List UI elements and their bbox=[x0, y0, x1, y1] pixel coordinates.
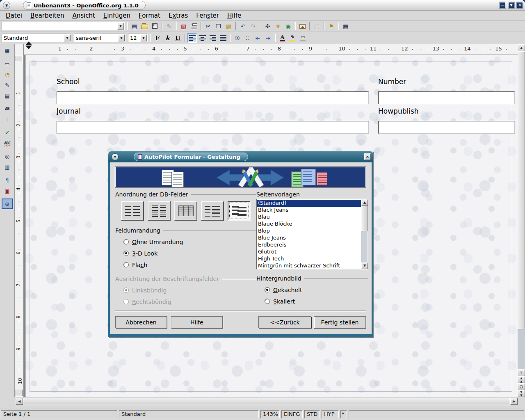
field-input-school[interactable] bbox=[57, 91, 369, 104]
scroll-up-arrow-icon[interactable]: ▲ bbox=[361, 199, 368, 206]
menu-ansicht[interactable]: Ansicht bbox=[68, 11, 99, 20]
paragraph-style-combobox[interactable]: Standard ▼ bbox=[2, 34, 71, 42]
vertical-scrollbar[interactable]: ▲ ▼ ▲▲ ▼▼ bbox=[518, 44, 525, 397]
align-left-button[interactable] bbox=[187, 33, 197, 43]
style-item[interactable]: Mintgrün mit schwarzer Schrift bbox=[257, 262, 361, 269]
url-combobox[interactable]: ▼ bbox=[2, 22, 125, 30]
hyperlink-button[interactable]: ◉ bbox=[283, 21, 293, 31]
menu-bearbeiten[interactable]: Bearbeiten bbox=[26, 11, 68, 20]
menu-einfuegen[interactable]: Einfügen bbox=[99, 11, 135, 20]
autotext-button[interactable]: AB bbox=[2, 103, 13, 114]
vertical-scrollbar-thumb[interactable] bbox=[518, 51, 525, 329]
new-document-button[interactable]: ▤ bbox=[130, 21, 139, 31]
menu-hilfe[interactable]: Hilfe bbox=[223, 11, 245, 20]
status-page[interactable]: Seite 1 / 1 bbox=[1, 410, 117, 418]
insert-graphics-button[interactable]: ◔ bbox=[2, 69, 13, 80]
page-styles-listbox[interactable]: (Standard)Black JeansBlauBlaue BlöckeBlo… bbox=[256, 199, 368, 269]
underline-button[interactable]: U bbox=[173, 33, 183, 43]
listbox-scrollbar[interactable]: ▲ ▼ bbox=[361, 199, 368, 269]
dialog-system-menu-button[interactable]: ▼ bbox=[112, 153, 119, 160]
insert-table-button[interactable]: ▦ bbox=[2, 45, 13, 56]
chevron-down-icon[interactable]: ▼ bbox=[140, 34, 147, 41]
scroll-up-arrow-icon[interactable]: ▲ bbox=[518, 44, 525, 51]
status-selection-mode[interactable]: STD bbox=[304, 410, 320, 418]
status-page-style[interactable]: Standard bbox=[119, 410, 259, 418]
previous-page-button[interactable]: ▲▲ bbox=[518, 376, 525, 383]
radio-scaled[interactable]: Skaliert bbox=[265, 298, 368, 305]
increase-indent-button[interactable]: ⇥ bbox=[263, 33, 273, 43]
status-hyperlink-mode[interactable]: HYP bbox=[322, 410, 339, 418]
vertical-ruler[interactable]: – 12345678910 bbox=[15, 44, 24, 397]
titlebar[interactable]: ▼ Unbenannt3 - OpenOffice.org 1.1.0 — ▼ … bbox=[0, 0, 525, 11]
style-item[interactable]: Blop bbox=[257, 228, 361, 235]
dialog-titlebar[interactable]: ▼ AutoPilot Formular - Gestaltung ✕ bbox=[108, 151, 373, 162]
style-item[interactable]: (Standard) bbox=[257, 200, 361, 207]
menu-datei[interactable]: Datei bbox=[2, 11, 26, 20]
status-zoom[interactable]: 143% bbox=[260, 410, 280, 418]
status-modified-flag[interactable]: * bbox=[340, 410, 347, 418]
open-button[interactable] bbox=[140, 21, 149, 31]
insert-fields-button[interactable]: ▤ bbox=[2, 90, 13, 101]
style-item[interactable]: High Tech bbox=[257, 256, 361, 262]
status-insert-mode[interactable]: EINFG bbox=[281, 410, 303, 418]
autopilot-button[interactable]: ✯ bbox=[273, 21, 283, 31]
layout-rows-labels-top-button[interactable] bbox=[228, 201, 251, 221]
style-item[interactable]: Glutrot bbox=[257, 249, 361, 256]
field-input-number[interactable] bbox=[378, 91, 515, 104]
bold-button[interactable]: F bbox=[153, 33, 162, 43]
scroll-right-arrow-icon[interactable]: ▶ bbox=[510, 398, 518, 405]
scroll-down-arrow-icon[interactable]: ▼ bbox=[518, 369, 525, 376]
layout-rows-labels-left-button[interactable] bbox=[201, 201, 224, 221]
style-item[interactable]: Blue Jeans bbox=[257, 235, 361, 242]
menu-extras[interactable]: Extras bbox=[164, 11, 192, 20]
back-button[interactable]: << Zurück bbox=[258, 316, 311, 328]
scroll-down-arrow-icon[interactable]: ▼ bbox=[361, 262, 368, 269]
layout-datasheet-button[interactable] bbox=[174, 201, 197, 221]
insert-object-button[interactable]: ✎ bbox=[2, 80, 13, 90]
align-center-button[interactable] bbox=[198, 33, 207, 43]
edit-document-button[interactable]: ✎ bbox=[164, 21, 174, 31]
help-button[interactable]: Hilfe bbox=[171, 316, 223, 328]
horizontal-scrollbar-thumb[interactable] bbox=[23, 398, 510, 405]
finish-button[interactable]: Fertig stellen bbox=[314, 316, 366, 328]
images-toggle-button[interactable]: ▣ bbox=[2, 185, 13, 196]
maximize-button[interactable]: ▼ bbox=[508, 2, 515, 9]
cancel-button[interactable]: Abbrechen bbox=[115, 316, 167, 328]
numbering-button[interactable]: ① bbox=[233, 33, 242, 43]
print-button[interactable] bbox=[189, 21, 199, 31]
layout-columns-labels-top-button[interactable] bbox=[148, 201, 171, 221]
bullets-button[interactable]: ∷ bbox=[243, 33, 252, 43]
navigation-dot-button[interactable] bbox=[518, 383, 525, 390]
data-sources-side-button[interactable]: ▥ bbox=[2, 162, 13, 172]
find-replace-button[interactable]: ◎ bbox=[2, 151, 13, 162]
spellcheck-button[interactable]: ✔ bbox=[2, 127, 13, 138]
edit-file-button[interactable]: ▢ bbox=[312, 21, 322, 31]
dialog-close-button[interactable]: ✕ bbox=[364, 153, 371, 160]
insert-frame-button[interactable]: ▭ bbox=[2, 58, 13, 69]
data-sources-button[interactable]: ▦ bbox=[341, 21, 350, 31]
highlighting-button[interactable]: ✎ bbox=[288, 33, 297, 43]
menu-fenster[interactable]: Fenster bbox=[192, 11, 223, 20]
radio-3d-look[interactable]: 3-D Look bbox=[123, 250, 256, 257]
decrease-indent-button[interactable]: ⇤ bbox=[253, 33, 262, 43]
navigator-button[interactable]: ✣ bbox=[263, 21, 272, 31]
chevron-down-icon[interactable]: ▼ bbox=[64, 34, 71, 41]
gallery-button[interactable] bbox=[298, 21, 307, 31]
radio-no-border[interactable]: Ohne Umrandung bbox=[123, 238, 256, 245]
autospellcheck-button[interactable]: ABC bbox=[2, 138, 13, 148]
indent-marker-icon[interactable] bbox=[25, 46, 32, 52]
align-right-button[interactable] bbox=[208, 33, 217, 43]
direct-cursor-button[interactable]: I bbox=[2, 114, 13, 125]
style-item[interactable]: Blau bbox=[257, 214, 361, 221]
system-menu-button[interactable]: ▼ bbox=[3, 2, 10, 9]
redo-button[interactable]: ↷ bbox=[249, 21, 258, 31]
close-button[interactable]: ✕ bbox=[516, 2, 523, 9]
font-size-combobox[interactable]: 12 ▼ bbox=[128, 34, 148, 42]
font-name-combobox[interactable]: sans-serif ▼ bbox=[74, 34, 126, 42]
italic-button[interactable]: k bbox=[163, 33, 172, 43]
horizontal-scrollbar[interactable] bbox=[23, 398, 510, 405]
chevron-down-icon[interactable]: ▼ bbox=[118, 34, 125, 41]
paste-button[interactable]: ▨ bbox=[224, 21, 233, 31]
listbox-scrollbar-thumb[interactable] bbox=[361, 206, 368, 231]
style-item[interactable]: Erdbeereis bbox=[257, 242, 361, 249]
